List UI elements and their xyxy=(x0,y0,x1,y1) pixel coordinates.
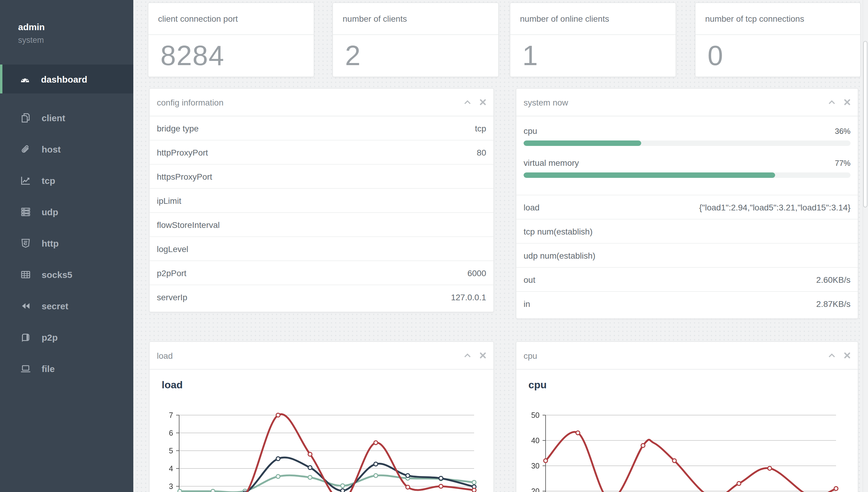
sidebar-item-host[interactable]: host xyxy=(0,133,133,165)
p2p-icon xyxy=(21,332,31,342)
stat-card-title: number of clients xyxy=(333,3,498,35)
row-value: 6000 xyxy=(467,268,486,278)
panel-title: system now xyxy=(524,97,568,107)
progress-bar-track xyxy=(524,141,850,146)
svg-text:20: 20 xyxy=(531,487,539,492)
sidebar: admin system dashboard client host tcp u… xyxy=(0,0,133,492)
sidebar-item-file[interactable]: file xyxy=(0,353,133,384)
config-information-panel: config information bridge type tcp httpP… xyxy=(149,88,494,312)
stat-card-number-of-tcp-connections: number of tcp connections 0 xyxy=(695,2,861,77)
svg-text:5: 5 xyxy=(169,446,173,455)
sidebar-item-secret[interactable]: secret xyxy=(0,290,133,321)
laptop-icon xyxy=(21,363,31,373)
user-block: admin system xyxy=(0,0,133,45)
gauge-icon xyxy=(20,74,30,84)
system-row-tcp-num-establish-: tcp num(establish) xyxy=(516,219,858,244)
config-row-p2pPort: p2pPort 6000 xyxy=(150,261,493,285)
sidebar-item-label: secret xyxy=(42,300,68,311)
row-label: p2pPort xyxy=(157,268,186,278)
system-row-udp-num-establish-: udp num(establish) xyxy=(516,244,858,268)
user-name: admin xyxy=(18,22,133,32)
sidebar-item-p2p[interactable]: p2p xyxy=(0,321,133,353)
row-label: load xyxy=(524,202,539,212)
panel-header: config information xyxy=(150,89,493,116)
stat-card-value: 8284 xyxy=(148,35,314,77)
svg-text:30: 30 xyxy=(531,462,539,470)
system-rows: load {"load1":2.94,"load5":3.21,"load15"… xyxy=(516,195,858,318)
row-label: udp num(establish) xyxy=(524,250,595,260)
load-chart-panel: load load 76543 xyxy=(149,341,494,492)
html5-icon xyxy=(21,238,31,248)
chart-line-icon xyxy=(21,175,31,186)
sidebar-item-dashboard[interactable]: dashboard xyxy=(0,65,133,94)
sidebar-item-client[interactable]: client xyxy=(0,102,133,133)
sidebar-item-label: p2p xyxy=(42,332,57,342)
config-row-logLevel: logLevel xyxy=(150,237,493,261)
row-value: 80 xyxy=(477,147,486,157)
copy-icon xyxy=(21,113,31,123)
page-scrollbar-track[interactable] xyxy=(863,0,868,492)
svg-text:4: 4 xyxy=(169,464,173,473)
progress-bar-fill xyxy=(524,141,641,146)
config-row-httpsProxyPort: httpsProxyPort xyxy=(150,165,493,189)
config-row-ipLimit: ipLimit xyxy=(150,189,493,213)
paperclip-icon xyxy=(21,144,31,154)
progress-virtual-memory: virtual memory 77% xyxy=(524,157,850,178)
chevron-up-icon[interactable] xyxy=(828,99,836,105)
panel-title: config information xyxy=(157,97,223,107)
row-label: bridge type xyxy=(157,123,199,133)
row-label: serverIp xyxy=(157,292,187,302)
server-icon xyxy=(21,206,31,217)
row-value: tcp xyxy=(475,123,486,133)
config-row-serverIp: serverIp 127.0.0.1 xyxy=(150,285,493,309)
row-label: out xyxy=(524,275,535,284)
row-label: in xyxy=(524,299,530,309)
progress-label: virtual memory xyxy=(524,158,579,168)
row-value: 2.60KB/s xyxy=(816,275,850,284)
progress-percent: 77% xyxy=(835,158,850,167)
sidebar-menu: dashboard client host tcp udp http socks… xyxy=(0,65,133,384)
stat-card-client-connection-port: client connection port 8284 xyxy=(148,2,314,77)
svg-text:3: 3 xyxy=(169,482,173,491)
sidebar-item-http[interactable]: http xyxy=(0,227,133,259)
sidebar-item-label: socks5 xyxy=(42,269,72,279)
chevron-up-icon[interactable] xyxy=(464,99,471,105)
config-row-httpProxyPort: httpProxyPort 80 xyxy=(150,141,493,165)
svg-text:7: 7 xyxy=(169,411,173,419)
close-icon[interactable] xyxy=(480,99,486,105)
config-row-bridge-type: bridge type tcp xyxy=(150,116,493,141)
stat-card-title: number of tcp connections xyxy=(696,3,860,35)
svg-text:40: 40 xyxy=(531,436,539,445)
page-scrollbar-thumb[interactable] xyxy=(863,41,867,207)
stat-card-value: 1 xyxy=(510,35,676,77)
svg-text:50: 50 xyxy=(531,411,539,419)
row-label: httpsProxyPort xyxy=(157,172,212,181)
progress-bar-fill xyxy=(524,172,775,178)
config-rows: bridge type tcp httpProxyPort 80 httpsPr… xyxy=(150,116,493,312)
stat-card-number-of-clients: number of clients 2 xyxy=(332,2,499,77)
dashboard-page: admin system dashboard client host tcp u… xyxy=(0,0,868,492)
close-icon[interactable] xyxy=(844,99,850,105)
sidebar-item-tcp[interactable]: tcp xyxy=(0,165,133,196)
row-value: {"load1":2.94,"load5":3.21,"load15":3.14… xyxy=(699,202,850,212)
sidebar-item-socks5[interactable]: socks5 xyxy=(0,259,133,290)
panel-tools xyxy=(828,99,850,105)
sidebar-item-label: dashboard xyxy=(41,74,87,84)
sidebar-item-udp[interactable]: udp xyxy=(0,196,133,227)
system-row-in: in 2.87KB/s xyxy=(516,292,858,315)
system-row-out: out 2.60KB/s xyxy=(516,268,858,292)
sidebar-item-label: udp xyxy=(42,206,58,217)
progress-cpu: cpu 36% xyxy=(524,125,850,146)
progress-percent: 36% xyxy=(835,126,850,136)
panel-tools xyxy=(464,99,486,105)
progress-bar-track xyxy=(524,172,850,178)
progress-label: cpu xyxy=(524,126,537,136)
row-value: 2.87KB/s xyxy=(816,299,850,309)
sidebar-item-label: file xyxy=(42,363,55,373)
row-label: flowStoreInterval xyxy=(157,220,220,229)
sidebar-item-label: client xyxy=(42,113,65,123)
cpu-chart-panel: cpu cpu 50403020 xyxy=(516,341,858,492)
panel-header: system now xyxy=(516,89,858,116)
sidebar-item-label: tcp xyxy=(42,175,55,186)
stat-card-title: number of online clients xyxy=(510,3,676,35)
